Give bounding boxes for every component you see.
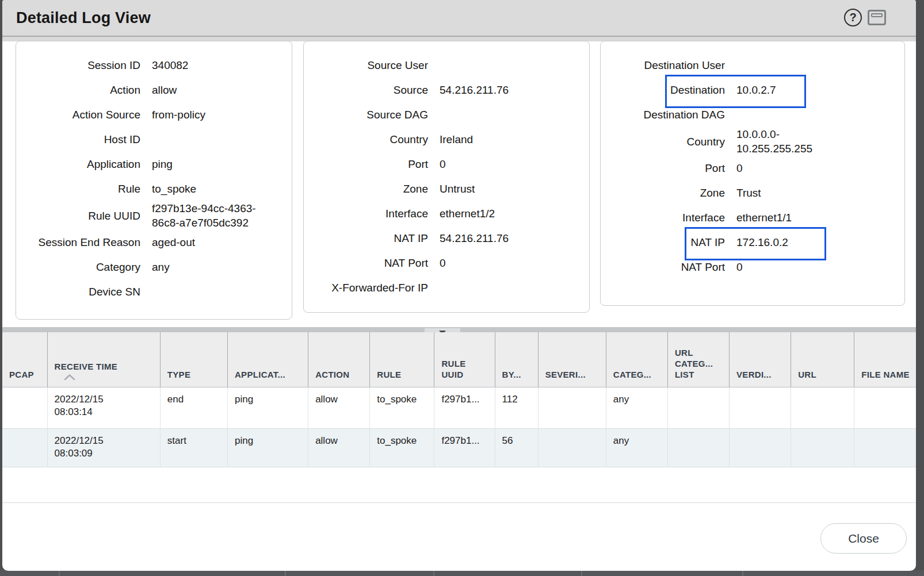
column-header-action[interactable]: ACTION xyxy=(308,332,370,387)
column-header-severity[interactable]: SEVERI... xyxy=(538,332,606,387)
field-label: NAT IP xyxy=(313,231,428,245)
field-label: Action xyxy=(25,83,140,97)
field-row: Destination DAG xyxy=(610,102,895,127)
field-value: 172.16.0.2 xyxy=(736,235,895,249)
cell-action: allow xyxy=(308,428,370,467)
field-row: Country10.0.0.0-10.255.255.255 xyxy=(610,127,895,156)
window-icon[interactable] xyxy=(868,10,886,25)
table-header-row: PCAP RECEIVE TIME TYPE APPLICAT... ACTIO… xyxy=(2,332,916,387)
field-value: from-policy xyxy=(152,107,282,122)
cell-category: any xyxy=(606,428,667,467)
field-row: NAT Port0 xyxy=(610,255,895,279)
field-value: 340082 xyxy=(152,58,282,72)
cell-rule: to_spoke xyxy=(370,428,434,467)
sort-ascending-icon xyxy=(64,374,75,380)
field-value: f297b13e-94cc-4363-86c8-a7e7f05dc392 xyxy=(152,201,270,230)
field-label: Interface xyxy=(610,210,725,225)
field-label: Zone xyxy=(313,182,428,196)
cell-receive-time: 2022/12/15 08:03:14 xyxy=(47,387,160,428)
column-header-url[interactable]: URL xyxy=(791,332,854,387)
cell-pcap xyxy=(2,387,47,428)
column-header-bytes[interactable]: BY... xyxy=(495,332,538,387)
field-row: Applicationping xyxy=(25,152,282,176)
field-label: Host ID xyxy=(25,132,140,147)
cell-bytes: 56 xyxy=(495,428,538,467)
cell-rule: to_spoke xyxy=(370,387,434,428)
column-header-category[interactable]: CATEG... xyxy=(606,332,667,387)
cell-type: end xyxy=(160,387,227,428)
field-row: CountryIreland xyxy=(313,127,580,152)
field-label: Session End Reason xyxy=(25,235,140,249)
field-value: Ireland xyxy=(440,132,580,147)
field-value: allow xyxy=(152,83,282,97)
column-header-file-name[interactable]: FILE NAME xyxy=(854,332,916,387)
field-row: Device SN xyxy=(25,279,282,304)
field-row: Actionallow xyxy=(25,78,282,102)
field-value: ping xyxy=(152,157,282,171)
field-value: to_spoke xyxy=(152,182,282,196)
field-label: Destination xyxy=(610,83,725,97)
field-row: Source54.216.211.76 xyxy=(313,78,580,102)
field-label: Action Source xyxy=(25,107,140,122)
field-label: Rule xyxy=(25,182,140,196)
column-header-pcap[interactable]: PCAP xyxy=(2,332,47,387)
field-row: ZoneTrust xyxy=(610,181,895,205)
field-row: Session End Reasonaged-out xyxy=(25,230,282,255)
field-label: Source DAG xyxy=(313,107,428,122)
title-bar: Detailed Log View ? xyxy=(2,0,916,37)
source-panel: Source User Source54.216.211.76 Source D… xyxy=(303,41,590,313)
cell-file-name xyxy=(854,387,916,428)
column-header-application[interactable]: APPLICAT... xyxy=(227,332,308,387)
field-label: Country xyxy=(313,132,428,147)
help-icon[interactable]: ? xyxy=(844,9,862,26)
cell-verdict xyxy=(730,428,791,467)
cell-application: ping xyxy=(227,387,308,428)
cell-type: start xyxy=(160,428,227,467)
field-label: Interface xyxy=(313,206,428,221)
field-value: Trust xyxy=(736,186,895,200)
column-header-rule[interactable]: RULE xyxy=(370,332,434,387)
cell-url-category-list xyxy=(667,428,729,467)
field-row-destination-highlighted: Destination10.0.2.7 xyxy=(610,78,895,102)
field-row: Source DAG xyxy=(313,102,580,127)
cell-action: allow xyxy=(308,387,370,428)
field-label: X-Forwarded-For IP xyxy=(313,281,428,295)
field-row: Interfaceethernet1/2 xyxy=(313,201,580,226)
cell-receive-time: 2022/12/15 08:03:09 xyxy=(47,428,160,467)
cell-url xyxy=(791,387,854,428)
column-header-receive-time[interactable]: RECEIVE TIME xyxy=(47,332,160,387)
field-row: Destination User xyxy=(610,53,895,78)
field-label: Destination DAG xyxy=(610,107,725,122)
detailed-log-view-dialog: Detailed Log View ? Session ID340082 Act… xyxy=(2,0,916,571)
field-value: any xyxy=(152,260,282,274)
field-row: Ruleto_spoke xyxy=(25,176,282,201)
field-value: 0 xyxy=(736,260,895,274)
field-label: NAT Port xyxy=(313,256,428,270)
field-value: 10.0.2.7 xyxy=(736,83,895,97)
field-label: Port xyxy=(610,161,725,175)
field-label: Device SN xyxy=(25,285,140,299)
field-row: Port0 xyxy=(610,156,895,181)
field-value: Untrust xyxy=(440,182,580,196)
cell-rule-uuid: f297b1... xyxy=(434,387,495,428)
footer-divider xyxy=(2,502,916,503)
field-row: NAT IP54.216.211.76 xyxy=(313,226,580,251)
log-row-end[interactable]: 2022/12/15 08:03:14 end ping allow to_sp… xyxy=(2,387,916,428)
field-value: 10.0.0.0-10.255.255.255 xyxy=(736,127,828,156)
column-header-rule-uuid[interactable]: RULE UUID xyxy=(434,332,495,387)
field-row: Session ID340082 xyxy=(25,53,282,78)
cell-url xyxy=(791,428,854,467)
destination-panel: Destination User Destination10.0.2.7 Des… xyxy=(600,41,905,306)
log-row-start[interactable]: 2022/12/15 08:03:09 start ping allow to_… xyxy=(2,428,916,467)
field-label: Application xyxy=(25,157,140,171)
cell-pcap xyxy=(2,428,47,467)
cell-file-name xyxy=(854,428,916,467)
column-header-verdict[interactable]: VERDI... xyxy=(730,332,791,387)
column-header-type[interactable]: TYPE xyxy=(160,332,227,387)
field-value: 0 xyxy=(736,161,895,175)
field-row: Action Sourcefrom-policy xyxy=(25,102,282,127)
column-header-url-category-list[interactable]: URL CATEG... LIST xyxy=(667,332,729,387)
field-label: NAT IP xyxy=(610,235,725,249)
close-button[interactable]: Close xyxy=(820,523,907,554)
field-label: Port xyxy=(313,157,428,171)
